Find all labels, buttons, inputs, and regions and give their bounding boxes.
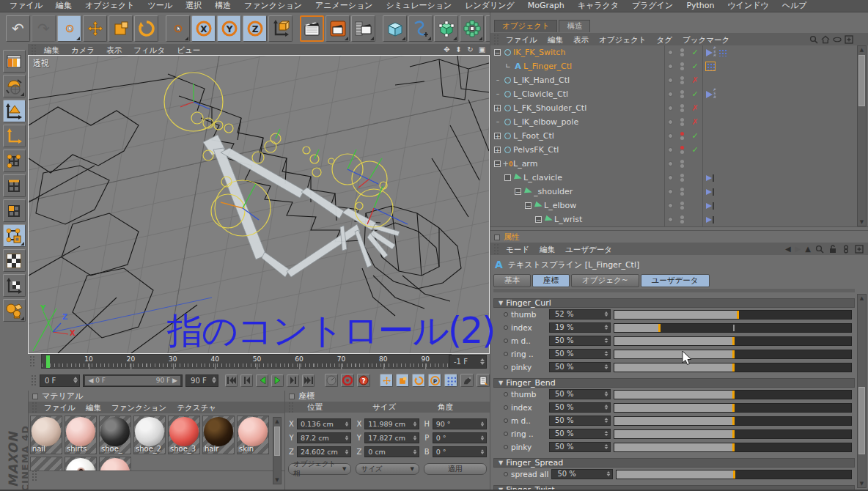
record-keyframe-button[interactable]: [341, 374, 354, 387]
add-spline-button[interactable]: [408, 15, 433, 42]
material-tile[interactable]: shoe_3: [168, 416, 200, 454]
object-row[interactable]: – L_IK_elbow_pole ✗: [490, 115, 868, 129]
object-menu-item[interactable]: ブックマーク: [677, 34, 735, 45]
home-icon[interactable]: [821, 35, 830, 44]
current-frame-field[interactable]: 0 F: [40, 374, 80, 387]
texture-mode-button[interactable]: [3, 249, 26, 272]
value-field[interactable]: 19 %: [549, 322, 611, 333]
viewport-menu-item[interactable]: 編集: [38, 44, 65, 56]
expand-toggle[interactable]: ∟: [504, 63, 512, 70]
menu-item[interactable]: ウインドウ: [721, 0, 776, 12]
object-name[interactable]: L_Finger_Ctl: [523, 62, 664, 71]
panel-handle[interactable]: [493, 243, 499, 255]
keyframe-dot[interactable]: [504, 365, 508, 369]
object-row[interactable]: + L_FK_Shoulder_Ctl ✗: [490, 101, 868, 115]
tag-area[interactable]: [702, 101, 868, 115]
render-picture-viewer-button[interactable]: [326, 15, 350, 42]
apply-button[interactable]: 適用: [424, 463, 487, 475]
visibility-dots[interactable]: [676, 174, 688, 182]
menu-item[interactable]: プラグイン: [625, 0, 680, 12]
expand-toggle[interactable]: +: [494, 147, 501, 153]
material-menu-item[interactable]: テクスチャ: [172, 402, 221, 413]
material-menu-item[interactable]: ファイル: [39, 402, 81, 413]
menu-item[interactable]: 編集: [49, 0, 78, 12]
coordinate-field[interactable]: 11.989 cm: [364, 418, 419, 429]
link-icon[interactable]: [842, 245, 850, 254]
menu-item[interactable]: ヘルプ: [776, 0, 814, 12]
object-name[interactable]: L_Foot_Ctl: [513, 131, 664, 141]
toggle-view-icon[interactable]: ▣: [477, 45, 487, 54]
panel-handle[interactable]: [288, 402, 294, 413]
layer-dot[interactable]: [664, 59, 676, 73]
menu-item[interactable]: 選択: [179, 0, 208, 12]
visibility-dots[interactable]: [676, 76, 688, 84]
visibility-dots[interactable]: [676, 132, 688, 140]
menu-item[interactable]: MoGraph: [521, 0, 571, 12]
panel-handle[interactable]: [31, 44, 37, 56]
render-view-button[interactable]: [300, 15, 324, 42]
parent-up-icon[interactable]: ▲: [805, 245, 811, 253]
coordinate-field[interactable]: 0.136 cm: [297, 418, 351, 429]
layer-dot[interactable]: [664, 199, 676, 213]
view-label[interactable]: 透視: [33, 58, 49, 69]
point-mode-button[interactable]: [3, 149, 26, 172]
tag-area[interactable]: [702, 59, 868, 73]
userdata-tag[interactable]: [706, 62, 715, 70]
layer-dot[interactable]: [664, 45, 676, 59]
panel-handle[interactable]: [493, 34, 499, 45]
object-row[interactable]: − +0 L_arm: [490, 157, 868, 171]
timeline-ruler[interactable]: 102030405060708090 -1 F: [28, 354, 490, 370]
keyframe-dot[interactable]: [504, 339, 508, 343]
make-editable-button[interactable]: [3, 75, 26, 97]
material-tile[interactable]: nail: [30, 416, 62, 454]
section-header[interactable]: ▼Finger_Bend: [493, 378, 855, 388]
polygon-mode-button[interactable]: [3, 199, 26, 222]
key-parameter-button[interactable]: P: [428, 374, 441, 387]
value-field[interactable]: 52 %: [549, 309, 611, 320]
visibility-dots[interactable]: [676, 202, 688, 210]
slider-track[interactable]: [614, 350, 852, 359]
visibility-dots[interactable]: [676, 146, 688, 154]
material-scrollbar[interactable]: ▲▼: [273, 417, 282, 484]
coordinate-field[interactable]: 0 cm: [364, 446, 419, 457]
slider-track[interactable]: [614, 416, 852, 426]
scroll-down-icon[interactable]: ▼: [273, 476, 281, 484]
space-dropdown[interactable]: オブジェクト相▼: [288, 463, 351, 475]
slider-track[interactable]: [614, 310, 852, 320]
expand-toggle[interactable]: [504, 174, 511, 181]
object-name[interactable]: L_Clavicle_Ctl: [513, 89, 664, 99]
zoom-view-icon[interactable]: ⬍: [454, 45, 463, 54]
keyframe-dot[interactable]: [504, 405, 508, 410]
layout-button[interactable]: [3, 50, 26, 73]
scroll-up-icon[interactable]: ▲: [858, 295, 866, 302]
object-row[interactable]: − L_wrist: [490, 213, 868, 226]
slider-handle[interactable]: [658, 324, 661, 332]
panel-icon[interactable]: [289, 394, 295, 399]
visibility-dots[interactable]: [676, 48, 688, 56]
scroll-up-icon[interactable]: ▲: [273, 418, 281, 425]
scroll-down-icon[interactable]: ▼: [858, 218, 866, 226]
enable-state-icon[interactable]: ✗: [688, 103, 702, 113]
model-mode-button[interactable]: [3, 100, 26, 122]
psr-expression-tag[interactable]: P S R: [706, 89, 716, 100]
slider-handle[interactable]: [732, 391, 735, 399]
perspective-viewport[interactable]: 透視: [28, 55, 490, 354]
slider-handle[interactable]: [732, 350, 735, 358]
tag-area[interactable]: [702, 213, 868, 226]
size-mode-dropdown[interactable]: サイズ▼: [356, 463, 419, 475]
rotate-view-icon[interactable]: ↻: [466, 45, 475, 54]
coordinate-field[interactable]: 0 °: [433, 446, 487, 457]
userdata-tag[interactable]: [718, 48, 727, 56]
add-modeling-object-button[interactable]: [460, 15, 484, 42]
slider-track[interactable]: [614, 336, 852, 346]
play-backward-button[interactable]: [256, 374, 268, 387]
prev-frame-button[interactable]: [240, 374, 253, 387]
visibility-dots[interactable]: [676, 160, 688, 168]
keyframe-dot[interactable]: [504, 312, 508, 317]
value-field[interactable]: 50 %: [549, 336, 611, 346]
play-forward-button[interactable]: [271, 374, 284, 387]
value-field[interactable]: 50 %: [549, 349, 611, 359]
value-field[interactable]: 50 %: [549, 389, 611, 399]
expand-toggle[interactable]: –: [493, 77, 502, 84]
pan-view-icon[interactable]: ✥: [442, 45, 452, 54]
